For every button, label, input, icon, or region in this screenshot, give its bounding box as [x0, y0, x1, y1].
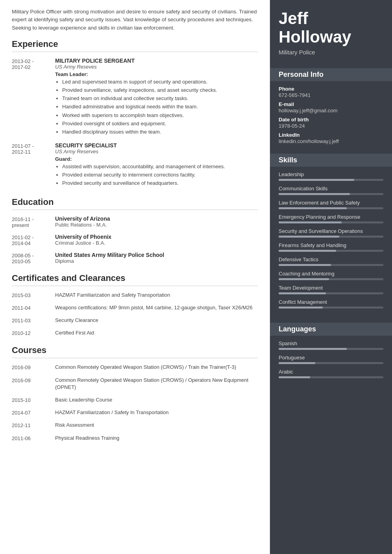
course-entry: 2016-09 Common Remotely Operated Weapon … [12, 364, 258, 371]
skills-section: Skills Leadership Communication Skills L… [270, 148, 392, 317]
cert-content: Weapons certifications: MP 9mm pistol, M… [55, 304, 258, 311]
exp-date: 2011-07 -2012-11 [12, 142, 55, 188]
skills-title: Skills [270, 154, 392, 167]
exp-role-label: Guard: [55, 156, 258, 162]
skill-name: Emergency Planning and Response [279, 214, 383, 220]
experience-title: Experience [12, 39, 258, 52]
lang-name: Arabic [279, 369, 383, 375]
bullet-item: Handled administrative and logistical ne… [62, 103, 258, 110]
course-content: HAZMAT Familiarization / Safety In Trans… [55, 409, 258, 416]
skill-row: Security and Surveillance Operations [279, 228, 383, 238]
skill-bar-bg [279, 250, 383, 252]
course-content: Risk Assessment [55, 422, 258, 429]
cert-content: Certified First Aid [55, 329, 258, 336]
course-date: 2016-09 [12, 377, 55, 391]
exp-company: US Army Reserves [55, 149, 258, 154]
edu-degree: Criminal Justice - B.A. [55, 240, 258, 246]
email-value: holloway.j.jeff@gmail.com [279, 108, 383, 113]
lang-bar-bg [279, 348, 383, 350]
skill-bar-bg [279, 307, 383, 309]
last-name: Holloway [279, 28, 383, 46]
certs-section: Certificates and Clearances 2015-03 HAZM… [12, 273, 258, 337]
skill-row: Defensive Tactics [279, 257, 383, 266]
courses-section: Courses 2016-09 Common Remotely Operated… [12, 345, 258, 441]
skill-bar-bg [279, 264, 383, 266]
experience-entry: 2011-07 -2012-11 SECURITY SPECIALIST US … [12, 142, 258, 188]
bullet-item: Trained team on individual and collectiv… [62, 95, 258, 102]
exp-content: MILITARY POLICE SERGEANT US Army Reseves… [55, 58, 258, 137]
education-entry: 2008-05 -2010-05 United States Army Mili… [12, 252, 258, 264]
exp-role-label: Team Leader: [55, 71, 258, 77]
language-row: Spanish [279, 340, 383, 350]
skill-bar-fill [279, 221, 342, 223]
cert-entry: 2011-04 Weapons certifications: MP 9mm p… [12, 304, 258, 311]
cert-label: HAZMAT Familiarization and Safety Transp… [55, 292, 170, 298]
education-title: Education [12, 197, 258, 210]
edu-degree: Diploma [55, 258, 258, 264]
skill-name: Leadership [279, 171, 383, 177]
course-content: Common Remotely Operated Weapon Station … [55, 364, 258, 371]
courses-title: Courses [12, 345, 258, 358]
skill-name: Coaching and Mentoring [279, 271, 383, 277]
lang-name: Portuguese [279, 355, 383, 361]
skill-bar-fill [279, 207, 347, 209]
skill-bar-fill [279, 292, 326, 294]
languages-title: Languages [270, 323, 392, 336]
skill-bar-fill [279, 236, 339, 238]
bullet-item: Provided oversight of soldiers and equip… [62, 120, 258, 127]
course-date: 2011-06 [12, 435, 55, 442]
skill-name: Team Development [279, 285, 383, 291]
course-entry: 2016-09 Common Remotely Operated Weapon … [12, 377, 258, 391]
education-entry: 2016-11 -present University of Arizona P… [12, 216, 258, 228]
personal-info-section: Personal Info Phone 672-565-7941 E-mail … [270, 63, 392, 148]
cert-content: Security Clearance [55, 317, 258, 324]
bullet-item: Assisted with supervision, accountabilit… [62, 163, 258, 170]
bullet-item: Worked with superiors to accomplish team… [62, 112, 258, 119]
skill-name: Communication Skills [279, 186, 383, 191]
skill-name: Security and Surveillance Operations [279, 228, 383, 234]
edu-degree: Public Relations - M.A. [55, 222, 258, 228]
skill-bar-fill [279, 250, 336, 252]
course-entry: 2015-10 Basic Leadership Course [12, 396, 258, 403]
lang-bar-fill [279, 376, 310, 378]
cert-entry: 2015-03 HAZMAT Familiarization and Safet… [12, 292, 258, 299]
personal-info-title: Personal Info [270, 68, 392, 81]
course-content: Physical Readiness Training [55, 435, 258, 442]
lang-bar-fill [279, 362, 315, 364]
lang-bar-bg [279, 376, 383, 378]
skill-row: Conflict Management [279, 299, 383, 309]
edu-date: 2008-05 -2010-05 [12, 252, 55, 264]
first-name: Jeff [279, 9, 383, 28]
cert-content: HAZMAT Familiarization and Safety Transp… [55, 292, 258, 299]
exp-date: 2013-02 -2017-02 [12, 58, 55, 137]
skill-bar-bg [279, 236, 383, 238]
exp-bullets: Assisted with supervision, accountabilit… [55, 163, 258, 187]
bullet-item: Handled disciplinary issues within the t… [62, 128, 258, 136]
education-section: Education 2016-11 -present University of… [12, 197, 258, 264]
edu-date: 2011-02 -2014-04 [12, 234, 55, 246]
bullet-item: Provided external security to internment… [62, 171, 258, 178]
course-date: 2012-11 [12, 422, 55, 429]
skill-name: Law Enforcement and Public Safety [279, 200, 383, 206]
cert-date: 2010-12 [12, 329, 55, 336]
lang-bar-bg [279, 362, 383, 364]
cert-label: Security Clearance [55, 317, 98, 323]
skill-bar-fill [279, 278, 329, 280]
skill-name: Firearms Safety and Handling [279, 242, 383, 248]
skill-bar-bg [279, 278, 383, 280]
bullet-item: Led and supervised teams in support of s… [62, 78, 258, 86]
course-label: Common Remotely Operated Weapon Station … [55, 377, 248, 390]
edu-content: University of Arizona Public Relations -… [55, 216, 258, 228]
cert-label: Certified First Aid [55, 330, 94, 336]
course-entry: 2014-07 HAZMAT Familiarization / Safety … [12, 409, 258, 416]
skill-name: Defensive Tactics [279, 257, 383, 262]
dob-label: Date of birth [279, 117, 383, 123]
cert-date: 2015-03 [12, 292, 55, 299]
skill-bar-fill [279, 179, 354, 181]
course-label: Physical Readiness Training [55, 435, 119, 441]
skill-bar-fill [279, 264, 331, 266]
language-row: Arabic [279, 369, 383, 378]
language-row: Portuguese [279, 355, 383, 364]
skill-bar-bg [279, 179, 383, 181]
skill-bar-bg [279, 207, 383, 209]
